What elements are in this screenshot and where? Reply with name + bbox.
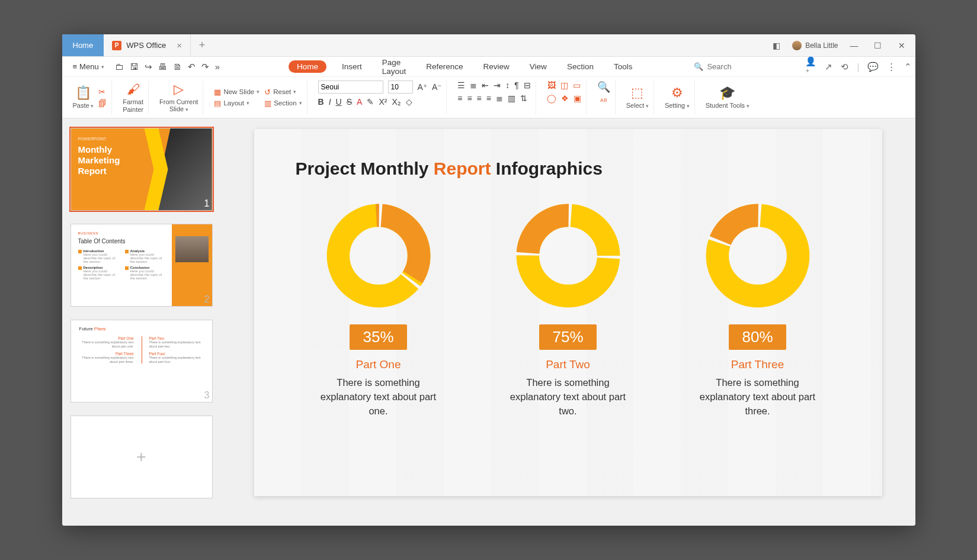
format-painter-button[interactable]: 🖌Farmat Painter xyxy=(123,82,143,112)
decrease-indent-icon[interactable]: ⇤ xyxy=(482,81,489,90)
ribbon-tab-reference[interactable]: Reference xyxy=(421,60,467,73)
chat-icon[interactable]: 💬 xyxy=(867,62,879,72)
reset-button[interactable]: ↺Reset xyxy=(264,88,302,96)
document-title: WPS Office xyxy=(126,41,166,50)
user-chip[interactable]: Bella Little xyxy=(792,41,838,50)
thumb1-title: Monthly Marketing Report xyxy=(78,144,146,176)
maximize-icon[interactable]: ☐ xyxy=(870,41,886,50)
subscript-icon[interactable]: X₂ xyxy=(392,97,401,107)
search-box[interactable]: 🔍 xyxy=(694,62,802,71)
close-window-icon[interactable]: ✕ xyxy=(894,41,909,50)
columns-icon[interactable]: ▥ xyxy=(508,94,515,103)
search-icon: 🔍 xyxy=(694,62,703,71)
ribbon-tab-tools[interactable]: Tools xyxy=(609,60,638,73)
part-description: There is something explanatory text abou… xyxy=(319,376,438,419)
new-tab-button[interactable]: + xyxy=(191,34,213,56)
thumb-number: 3 xyxy=(204,390,210,401)
close-tab-icon[interactable]: × xyxy=(177,40,182,50)
print-preview-icon[interactable]: 🗎 xyxy=(173,62,182,72)
kebab-icon[interactable]: ⋮ xyxy=(887,62,896,72)
select-button[interactable]: ⬚Select xyxy=(626,85,649,110)
picture-icon[interactable]: 🖼 xyxy=(547,81,556,90)
chart-part-one: 35% Part One There is something explanat… xyxy=(296,202,462,419)
text-direction-icon[interactable]: ¶ xyxy=(514,81,519,90)
ribbon-tab-section[interactable]: Section xyxy=(562,60,598,73)
strikethrough-icon[interactable]: S xyxy=(347,97,352,107)
thumbnail-slide-2[interactable]: BUSINESS Table Of Contents IntroductionH… xyxy=(71,224,213,307)
highlight-icon[interactable]: ✎ xyxy=(367,97,374,107)
bold-icon[interactable]: B xyxy=(318,97,324,107)
ribbon-tab-insert[interactable]: Insert xyxy=(337,60,367,73)
home-tab[interactable]: Home xyxy=(62,34,104,56)
sync-icon[interactable]: ⟲ xyxy=(841,62,848,72)
group-icon[interactable]: ▣ xyxy=(574,94,581,103)
section-button[interactable]: ▥Section xyxy=(264,99,302,108)
add-user-icon[interactable]: 👤⁺ xyxy=(805,56,816,78)
presentation-icon: P xyxy=(112,41,121,50)
align-left-icon[interactable]: ≡ xyxy=(457,94,462,103)
distribute-icon[interactable]: ≣ xyxy=(496,94,503,103)
add-slide-button[interactable]: + xyxy=(71,416,213,498)
bullets-icon[interactable]: ☰ xyxy=(457,81,465,90)
font-name-input[interactable] xyxy=(318,81,383,94)
save-icon[interactable]: 🖫 xyxy=(130,62,139,72)
chart-part-two: 75% Part Two There is something explanat… xyxy=(485,202,651,419)
reset-icon: ↺ xyxy=(264,88,271,96)
setting-button[interactable]: ⚙Setting xyxy=(665,85,690,110)
line-spacing-icon[interactable]: ↕ xyxy=(505,81,510,90)
layout-mode-icon[interactable]: ◧ xyxy=(768,41,784,50)
print-icon[interactable]: 🖶 xyxy=(158,62,167,72)
thumbnail-slide-3[interactable]: Future Plans Part OneThere is something … xyxy=(71,320,213,403)
undo-icon[interactable]: ↶ xyxy=(188,62,196,72)
increase-font-icon[interactable]: A⁺ xyxy=(418,82,427,92)
justify-icon[interactable]: ≡ xyxy=(486,94,491,103)
ribbon-tab-review[interactable]: Review xyxy=(479,60,514,73)
redo-icon[interactable]: ↷ xyxy=(201,62,209,72)
font-size-input[interactable] xyxy=(388,81,413,94)
menubar: ≡ Menu 🗀 🖫 ↪ 🖶 🗎 ↶ ↷ » Home Insert Page … xyxy=(62,57,915,77)
find-icon[interactable]: 🔍 xyxy=(597,81,610,94)
shape-fill-icon[interactable]: ◯ xyxy=(547,94,556,103)
paste-button[interactable]: 📋Paste xyxy=(73,85,94,110)
export-icon[interactable]: ↪ xyxy=(145,62,152,72)
search-input[interactable] xyxy=(707,62,802,71)
layout-button[interactable]: ▤Layout xyxy=(214,99,260,108)
student-tools-button[interactable]: 🎓Student Tools xyxy=(706,85,749,110)
numbering-icon[interactable]: ≣ xyxy=(470,81,477,90)
ribbon-tab-view[interactable]: View xyxy=(525,60,552,73)
decrease-font-icon[interactable]: A⁻ xyxy=(432,82,441,92)
underline-icon[interactable]: U xyxy=(336,97,342,107)
sort-icon[interactable]: ⇅ xyxy=(520,94,527,103)
textbox-icon[interactable]: ▭ xyxy=(573,81,581,90)
arrange-icon[interactable]: ❖ xyxy=(561,94,569,103)
shapes-icon[interactable]: ◫ xyxy=(560,81,568,90)
document-tab[interactable]: P WPS Office × xyxy=(104,34,191,56)
collapse-ribbon-icon[interactable]: ⌃ xyxy=(904,62,912,72)
hamburger-icon: ≡ xyxy=(73,62,78,71)
current-slide[interactable]: Project Monthly Report Infographics 35% … xyxy=(254,129,882,496)
clear-format-icon[interactable]: ◇ xyxy=(406,97,412,107)
increase-indent-icon[interactable]: ⇥ xyxy=(494,81,501,90)
avatar-icon xyxy=(792,41,802,50)
minimize-icon[interactable]: — xyxy=(847,41,862,50)
thumbnail-slide-1[interactable]: POWERPOINT Monthly Marketing Report 1 xyxy=(71,128,213,211)
ribbon-tab-home[interactable]: Home xyxy=(289,60,326,73)
replace-icon[interactable]: ᴬᴮ xyxy=(600,97,607,106)
charts-row: 35% Part One There is something explanat… xyxy=(296,202,841,419)
align-text-icon[interactable]: ⊟ xyxy=(524,81,531,90)
share-icon[interactable]: ↗ xyxy=(825,62,832,72)
superscript-icon[interactable]: X² xyxy=(379,97,387,107)
new-slide-button[interactable]: ▦New Slide xyxy=(214,88,260,96)
open-folder-icon[interactable]: 🗀 xyxy=(115,62,124,72)
align-center-icon[interactable]: ≡ xyxy=(467,94,472,103)
more-quick-icon[interactable]: » xyxy=(215,62,220,72)
from-current-slide-button[interactable]: ▷From Current Slide xyxy=(159,82,198,113)
italic-icon[interactable]: I xyxy=(329,97,331,107)
align-right-icon[interactable]: ≡ xyxy=(477,94,482,103)
font-color-icon[interactable]: A xyxy=(357,97,362,107)
ribbon-tab-page-layout[interactable]: Page Layout xyxy=(377,56,411,78)
cut-icon[interactable]: ✂ xyxy=(98,87,107,96)
part-name: Part Two xyxy=(546,358,590,371)
copy-icon[interactable]: 🗐 xyxy=(98,99,107,108)
menu-button[interactable]: ≡ Menu xyxy=(69,60,108,73)
